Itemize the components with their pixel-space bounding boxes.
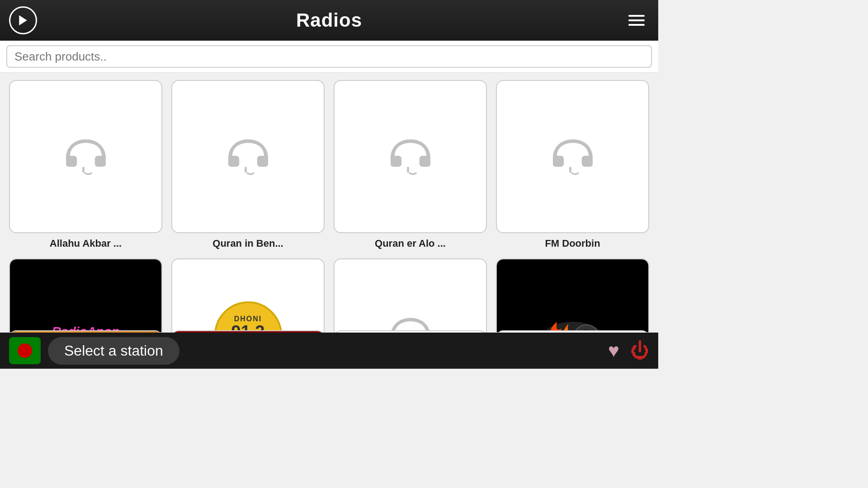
menu-line-2 bbox=[628, 19, 645, 21]
search-bar bbox=[0, 41, 658, 73]
search-input[interactable] bbox=[6, 45, 652, 68]
menu-line-1 bbox=[628, 15, 645, 17]
svg-rect-1 bbox=[82, 167, 84, 173]
station-card-dhoni-912fm[interactable]: DHONI 91.2 fm সুর গান আড্ডা Dhoni 91.2fm… bbox=[171, 258, 325, 332]
menu-line-3 bbox=[628, 24, 645, 26]
station-image-fm-apon: RadioApon Bangla Online Radio bbox=[9, 258, 162, 332]
station-card-online-gaan[interactable]: Online Gaan ... bbox=[334, 258, 487, 332]
2fun-logo-svg: radio 2Fun bbox=[532, 308, 613, 333]
headphone-icon bbox=[223, 132, 273, 182]
bottom-right-controls: ♥ ⏻ bbox=[608, 340, 649, 361]
play-button[interactable] bbox=[9, 6, 37, 34]
station-card-fm-doorbin[interactable]: FM Doorbin bbox=[496, 80, 649, 249]
menu-button[interactable] bbox=[624, 10, 649, 30]
svg-rect-4 bbox=[569, 167, 571, 173]
station-label-fm-doorbin: FM Doorbin bbox=[545, 238, 600, 249]
station-card-allahu-akbar[interactable]: Allahu Akbar ... bbox=[9, 80, 162, 249]
svg-rect-2 bbox=[245, 167, 246, 173]
station-card-quran-in-ben[interactable]: Quran in Ben... bbox=[171, 80, 325, 249]
station-card-quran-er-alo[interactable]: Quran er Alo ... bbox=[334, 80, 487, 249]
station-image-online-gaan bbox=[334, 258, 487, 332]
station-image-allahu-akbar bbox=[9, 80, 162, 233]
station-image-fm-doorbin bbox=[496, 80, 649, 233]
headphone-icon bbox=[386, 310, 435, 333]
station-card-fm-apon[interactable]: RadioApon Bangla Online Radio FM Apon bbox=[9, 258, 162, 332]
page-title: Radios bbox=[296, 9, 362, 31]
station-image-dhoni-912fm: DHONI 91.2 fm সুর গান আড্ডা bbox=[171, 258, 325, 332]
station-image-quran-in-ben bbox=[171, 80, 325, 233]
power-button-icon[interactable]: ⏻ bbox=[630, 340, 649, 361]
header: Radios bbox=[0, 0, 658, 41]
svg-rect-3 bbox=[407, 167, 409, 173]
headphone-icon bbox=[548, 132, 598, 182]
headphone-icon bbox=[61, 132, 111, 182]
select-station-button[interactable]: Select a station bbox=[48, 337, 179, 365]
station-grid: Allahu Akbar ... Quran in Ben... Quran e… bbox=[0, 73, 658, 332]
flag-button[interactable] bbox=[9, 337, 41, 364]
station-label-allahu-akbar: Allahu Akbar ... bbox=[50, 238, 122, 249]
station-card-fm-2fun[interactable]: radio 2Fun FM 2Fun bbox=[496, 258, 649, 332]
station-label-quran-in-ben: Quran in Ben... bbox=[212, 238, 283, 249]
select-station-text: Select a station bbox=[64, 343, 163, 359]
bottom-bar: Select a station ♥ ⏻ bbox=[0, 333, 658, 369]
station-image-quran-er-alo bbox=[334, 80, 487, 233]
favorite-heart-icon[interactable]: ♥ bbox=[608, 340, 619, 361]
svg-marker-0 bbox=[19, 15, 27, 26]
station-label-quran-er-alo: Quran er Alo ... bbox=[375, 238, 446, 249]
flag-circle bbox=[18, 343, 32, 358]
headphone-icon bbox=[386, 132, 435, 182]
station-image-fm-2fun: radio 2Fun bbox=[496, 258, 649, 332]
